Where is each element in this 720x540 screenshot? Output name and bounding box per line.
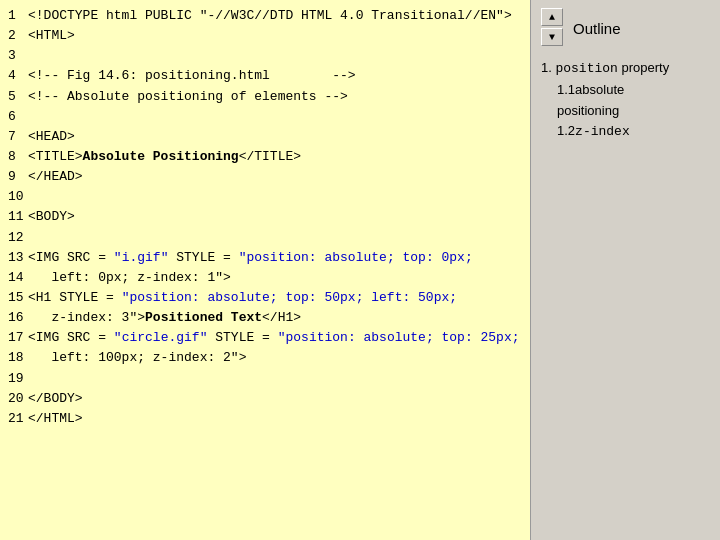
code-line: 8<TITLE>Absolute Positioning</TITLE>: [8, 147, 522, 167]
line-content: <HEAD>: [28, 127, 522, 147]
outline-panel: ▲ ▼ Outline 1. position property 1.1abso…: [530, 0, 720, 540]
line-number: 8: [8, 147, 26, 167]
line-number: 9: [8, 167, 26, 187]
code-line: 11<BODY>: [8, 207, 522, 227]
line-content: <!DOCTYPE html PUBLIC "-//W3C//DTD HTML …: [28, 6, 522, 26]
line-content: </HTML>: [28, 409, 522, 429]
outline-item-index: 1.1: [557, 82, 575, 97]
line-number: 21: [8, 409, 26, 429]
outline-item-text: position: [555, 61, 617, 76]
line-content: <IMG SRC = "i.gif" STYLE = "position: ab…: [28, 248, 522, 268]
outline-item-absolute[interactable]: 1.1absolute: [557, 80, 710, 101]
code-line: 21</HTML>: [8, 409, 522, 429]
line-number: 15: [8, 288, 26, 308]
code-line: 6: [8, 107, 522, 127]
code-line: 17<IMG SRC = "circle.gif" STYLE = "posit…: [8, 328, 522, 348]
outline-down-button[interactable]: ▼: [541, 28, 563, 46]
line-content: left: 100px; z-index: 2">: [28, 348, 522, 368]
line-content: [28, 369, 522, 389]
line-content: <!-- Absolute positioning of elements --…: [28, 87, 522, 107]
outline-item-index: 1.2: [557, 123, 575, 138]
line-number: 16: [8, 308, 26, 328]
line-content: <!-- Fig 14.6: positioning.html -->: [28, 66, 522, 86]
line-number: 6: [8, 107, 26, 127]
line-number: 19: [8, 369, 26, 389]
line-content: [28, 187, 522, 207]
line-number: 17: [8, 328, 26, 348]
code-line: 12: [8, 228, 522, 248]
outline-item-index: 1.: [541, 60, 555, 75]
line-content: z-index: 3">Positioned Text</H1>: [28, 308, 522, 328]
line-number: 4: [8, 66, 26, 86]
code-line: 7<HEAD>: [8, 127, 522, 147]
line-number: 2: [8, 26, 26, 46]
outline-item-label: property: [618, 60, 669, 75]
outline-item-positioning[interactable]: positioning: [557, 101, 710, 122]
code-panel: 1<!DOCTYPE html PUBLIC "-//W3C//DTD HTML…: [0, 0, 530, 540]
line-number: 11: [8, 207, 26, 227]
line-content: </BODY>: [28, 389, 522, 409]
line-number: 1: [8, 6, 26, 26]
code-line: 10: [8, 187, 522, 207]
code-line: 14 left: 0px; z-index: 1">: [8, 268, 522, 288]
outline-item-zindex[interactable]: 1.2z-index: [557, 121, 710, 143]
line-content: [28, 107, 522, 127]
line-number: 18: [8, 348, 26, 368]
line-number: 3: [8, 46, 26, 66]
code-line: 15<H1 STYLE = "position: absolute; top: …: [8, 288, 522, 308]
outline-up-button[interactable]: ▲: [541, 8, 563, 26]
line-number: 10: [8, 187, 26, 207]
line-content: [28, 228, 522, 248]
line-content: <TITLE>Absolute Positioning</TITLE>: [28, 147, 522, 167]
line-number: 12: [8, 228, 26, 248]
line-content: [28, 46, 522, 66]
line-content: <IMG SRC = "circle.gif" STYLE = "positio…: [28, 328, 522, 348]
code-line: 18 left: 100px; z-index: 2">: [8, 348, 522, 368]
code-line: 13<IMG SRC = "i.gif" STYLE = "position: …: [8, 248, 522, 268]
outline-item-position-property[interactable]: 1. position property: [541, 58, 710, 80]
line-number: 7: [8, 127, 26, 147]
line-number: 5: [8, 87, 26, 107]
code-line: 3: [8, 46, 522, 66]
outline-item-text: positioning: [557, 103, 619, 118]
line-number: 14: [8, 268, 26, 288]
outline-arrows: ▲ ▼: [541, 8, 563, 48]
line-content: <HTML>: [28, 26, 522, 46]
line-content: </HEAD>: [28, 167, 522, 187]
outline-list: 1. position property 1.1absolute positio…: [541, 58, 710, 143]
line-content: left: 0px; z-index: 1">: [28, 268, 522, 288]
line-content: <BODY>: [28, 207, 522, 227]
code-line: 4<!-- Fig 14.6: positioning.html -->: [8, 66, 522, 86]
outline-item-text: z-index: [575, 124, 630, 139]
code-line: 1<!DOCTYPE html PUBLIC "-//W3C//DTD HTML…: [8, 6, 522, 26]
line-number: 13: [8, 248, 26, 268]
code-line: 9</HEAD>: [8, 167, 522, 187]
line-content: <H1 STYLE = "position: absolute; top: 50…: [28, 288, 522, 308]
line-number: 20: [8, 389, 26, 409]
code-line: 5<!-- Absolute positioning of elements -…: [8, 87, 522, 107]
outline-header-row: ▲ ▼ Outline: [541, 8, 710, 48]
code-line: 16 z-index: 3">Positioned Text</H1>: [8, 308, 522, 328]
code-line: 19: [8, 369, 522, 389]
code-line: 20</BODY>: [8, 389, 522, 409]
outline-item-text: absolute: [575, 82, 624, 97]
outline-title: Outline: [573, 20, 621, 37]
code-line: 2<HTML>: [8, 26, 522, 46]
